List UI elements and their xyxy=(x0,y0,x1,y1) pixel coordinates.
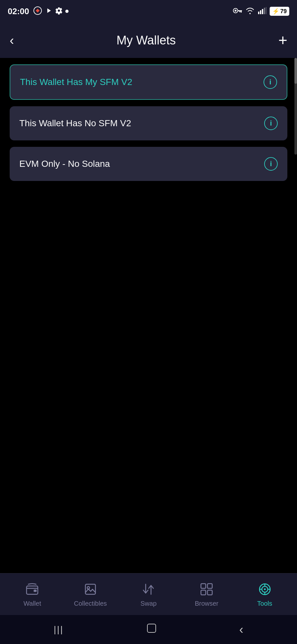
swap-nav-label: Swap xyxy=(140,600,156,607)
wifi-icon xyxy=(245,7,255,15)
nav-item-browser[interactable]: Browser xyxy=(178,581,236,607)
wallet-nav-label: Wallet xyxy=(23,600,41,607)
browser-nav-label: Browser xyxy=(195,600,218,607)
nav-item-collectibles[interactable]: Collectibles xyxy=(61,581,120,607)
svg-rect-10 xyxy=(266,7,266,14)
page-header: ‹ My Wallets + xyxy=(0,23,297,58)
app-icon-1 xyxy=(33,6,42,17)
browser-nav-icon xyxy=(199,581,215,597)
dot-icon xyxy=(65,10,69,13)
svg-rect-8 xyxy=(262,9,263,14)
wallet-item-2-info-button[interactable]: i xyxy=(264,117,278,130)
wallet-item-1-info-button[interactable]: i xyxy=(264,75,277,89)
svg-point-2 xyxy=(235,10,237,12)
svg-point-25 xyxy=(264,588,266,590)
status-time: 02:00 xyxy=(8,6,29,16)
settings-icon xyxy=(55,7,63,16)
tools-nav-icon xyxy=(257,581,273,597)
scrollbar xyxy=(294,58,297,155)
bottom-navigation: Wallet Collectibles Swap xyxy=(0,573,297,615)
status-bar: 02:00 xyxy=(0,0,297,23)
nav-item-swap[interactable]: Swap xyxy=(119,581,178,607)
collectibles-nav-label: Collectibles xyxy=(74,600,107,607)
svg-rect-16 xyxy=(208,584,212,589)
wallet-item-2[interactable]: This Wallet Has No SFM V2 i xyxy=(10,106,287,140)
swap-nav-icon xyxy=(140,581,156,597)
svg-rect-12 xyxy=(34,590,37,592)
status-icons xyxy=(33,6,69,17)
battery-bolt-icon: ⚡ xyxy=(272,8,279,15)
svg-rect-7 xyxy=(260,10,261,14)
svg-rect-4 xyxy=(241,11,242,13)
sys-nav-back-button[interactable]: ‹ xyxy=(239,623,243,637)
battery-percent: 79 xyxy=(280,8,287,15)
sys-nav-menu-button[interactable]: ||| xyxy=(54,624,64,635)
signal-icon xyxy=(258,7,266,15)
scrollbar-thumb[interactable] xyxy=(294,58,297,84)
wallet-list-container: This Wallet Has My SFM V2 i This Wallet … xyxy=(0,58,297,194)
wallet-nav-icon xyxy=(24,581,40,597)
wallet-item-3[interactable]: EVM Only - No Solana i xyxy=(10,147,287,181)
svg-rect-6 xyxy=(258,12,259,14)
system-navigation-bar: ||| ‹ xyxy=(0,615,297,644)
back-button[interactable]: ‹ xyxy=(10,34,14,47)
battery-indicator: ⚡ 79 xyxy=(270,7,289,16)
sys-nav-home-button[interactable] xyxy=(145,622,158,637)
status-right: ⚡ 79 xyxy=(233,7,289,16)
page-title: My Wallets xyxy=(116,33,176,47)
tools-nav-label: Tools xyxy=(257,600,272,607)
svg-rect-13 xyxy=(85,584,95,594)
svg-rect-17 xyxy=(201,590,206,595)
wallet-item-2-label: This Wallet Has No SFM V2 xyxy=(19,118,131,128)
wallet-item-1[interactable]: This Wallet Has My SFM V2 i xyxy=(10,64,287,100)
collectibles-nav-icon xyxy=(82,581,98,597)
svg-rect-3 xyxy=(237,10,242,11)
play-icon xyxy=(45,7,52,16)
nav-item-tools[interactable]: Tools xyxy=(236,581,294,607)
svg-rect-9 xyxy=(264,8,265,14)
status-left: 02:00 xyxy=(8,6,69,17)
svg-rect-18 xyxy=(208,590,212,595)
svg-rect-26 xyxy=(147,624,156,632)
add-wallet-button[interactable]: + xyxy=(278,33,287,48)
key-icon xyxy=(233,7,242,15)
svg-rect-15 xyxy=(201,584,206,589)
wallet-item-3-label: EVM Only - No Solana xyxy=(19,159,110,169)
wallet-item-3-info-button[interactable]: i xyxy=(264,157,278,171)
svg-rect-5 xyxy=(239,11,240,12)
wallet-item-1-label: This Wallet Has My SFM V2 xyxy=(20,77,132,87)
nav-item-wallet[interactable]: Wallet xyxy=(3,581,61,607)
